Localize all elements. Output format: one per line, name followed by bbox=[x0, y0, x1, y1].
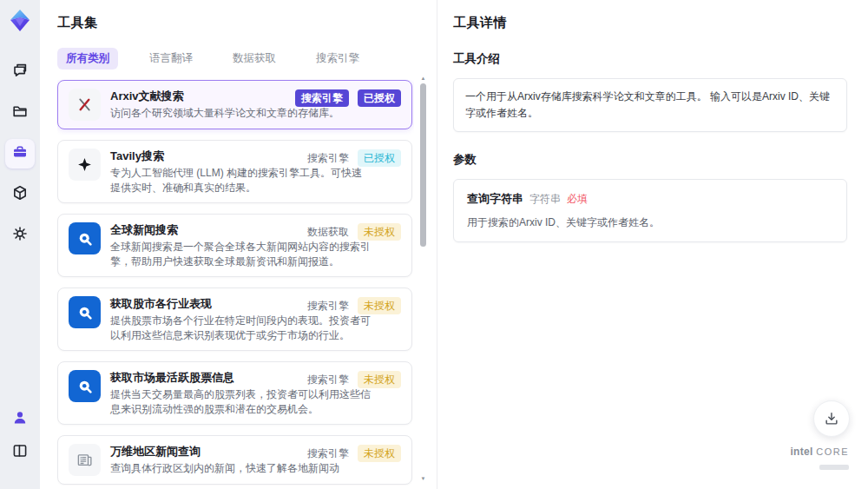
arxiv-icon bbox=[69, 89, 101, 121]
rail-bottom bbox=[5, 405, 35, 479]
category-tabs: 所有类别语言翻译数据获取搜索引擎 bbox=[57, 48, 414, 69]
download-button[interactable] bbox=[813, 400, 850, 437]
newspaper-icon bbox=[69, 444, 101, 476]
cube-icon bbox=[11, 184, 29, 205]
tool-card[interactable]: 万维地区新闻查询查询具体行政区划内的新闻，快速了解各地新闻动搜索引擎未授权 bbox=[57, 435, 412, 485]
intel-core-logo: intel core bbox=[790, 446, 849, 473]
brand-core: core bbox=[816, 446, 849, 457]
param-type: 字符串 bbox=[529, 192, 561, 207]
tool-description: 提供股票市场各个行业在特定时间段内的表现。投资者可以利用这些信息来识别表现优于或… bbox=[110, 314, 371, 342]
scrollbar[interactable]: ▲ ▼ bbox=[419, 75, 427, 482]
param-item: 查询字符串字符串必填用于搜索的Arxiv ID、关键字或作者姓名。 bbox=[453, 179, 847, 242]
rail-item-user[interactable] bbox=[5, 405, 35, 434]
rail-nav bbox=[5, 57, 35, 261]
category-badge: 搜索引擎 bbox=[307, 371, 349, 388]
param-list: 查询字符串字符串必填用于搜索的Arxiv ID、关键字或作者姓名。 bbox=[453, 179, 847, 242]
tool-card[interactable]: 获取市场最活跃股票信息提供当天交易量最高的股票列表，投资者可以利用这些信息来识别… bbox=[57, 361, 412, 425]
details-title: 工具详情 bbox=[453, 15, 847, 31]
tavily-icon bbox=[69, 149, 101, 181]
intro-heading: 工具介绍 bbox=[453, 51, 847, 67]
scroll-down-icon[interactable]: ▼ bbox=[419, 475, 427, 482]
params-heading: 参数 bbox=[453, 152, 847, 168]
auth-badge: 未授权 bbox=[358, 445, 401, 462]
category-badge: 搜索引擎 bbox=[295, 89, 349, 107]
rail-item-folder[interactable] bbox=[5, 98, 35, 128]
tool-card[interactable]: Arxiv文献搜索访问各个研究领域大量科学论文和文章的存储库。搜索引擎已授权 bbox=[57, 80, 412, 129]
auth-badge: 未授权 bbox=[358, 223, 401, 241]
download-icon bbox=[824, 411, 839, 426]
rail-item-chat[interactable] bbox=[5, 57, 35, 87]
rail-item-settings[interactable] bbox=[5, 221, 35, 250]
tab-2[interactable]: 数据获取 bbox=[224, 48, 285, 69]
chat-icon bbox=[11, 62, 29, 83]
tool-list: Arxiv文献搜索访问各个研究领域大量科学论文和文章的存储库。搜索引擎已授权Ta… bbox=[57, 80, 414, 486]
auth-badge: 未授权 bbox=[358, 297, 401, 314]
auth-badge: 已授权 bbox=[358, 89, 401, 107]
panel-toggle-icon bbox=[11, 442, 29, 463]
tool-description: 访问各个研究领域大量科学论文和文章的存储库。 bbox=[110, 106, 371, 121]
brand-intel: intel bbox=[790, 446, 812, 458]
tools-panel-title: 工具集 bbox=[57, 15, 414, 31]
q-search-icon bbox=[69, 222, 101, 254]
app-logo-icon bbox=[6, 7, 34, 35]
app-window: 工具集 所有类别语言翻译数据获取搜索引擎 Arxiv文献搜索访问各个研究领域大量… bbox=[0, 0, 868, 489]
tools-panel: 工具集 所有类别语言翻译数据获取搜索引擎 Arxiv文献搜索访问各个研究领域大量… bbox=[40, 0, 437, 489]
briefcase-icon bbox=[11, 143, 29, 164]
tab-3[interactable]: 搜索引擎 bbox=[307, 48, 368, 69]
category-badge: 搜索引擎 bbox=[307, 149, 349, 167]
tool-card[interactable]: 全球新闻搜索全球新闻搜索是一个聚合全球各大新闻网站内容的搜索引擎，帮助用户快速获… bbox=[57, 214, 412, 277]
folder-icon bbox=[11, 102, 29, 123]
q-search-icon bbox=[69, 296, 101, 328]
category-badge: 数据获取 bbox=[307, 223, 349, 241]
intro-text-box: 一个用于从Arxiv存储库搜索科学论文和文章的工具。 输入可以是Arxiv ID… bbox=[453, 78, 847, 132]
auth-badge: 未授权 bbox=[358, 371, 401, 388]
rail-item-panel-toggle[interactable] bbox=[5, 438, 35, 467]
tool-description: 查询具体行政区划内的新闻，快速了解各地新闻动 bbox=[110, 461, 371, 476]
tool-card[interactable]: Tavily搜索专为人工智能代理 (LLM) 构建的搜索引擎工具。可快速提供实时… bbox=[57, 140, 412, 203]
tool-description: 全球新闻搜索是一个聚合全球各大新闻网站内容的搜索引擎，帮助用户快速获取全球最新资… bbox=[110, 240, 371, 268]
brand-ultra-bar bbox=[819, 465, 849, 470]
param-required-flag: 必填 bbox=[567, 192, 588, 207]
rail-item-tools[interactable] bbox=[5, 139, 35, 169]
scroll-up-icon[interactable]: ▲ bbox=[419, 75, 427, 82]
category-badge: 搜索引擎 bbox=[307, 445, 349, 462]
gear-icon bbox=[11, 225, 29, 246]
param-name: 查询字符串 bbox=[467, 191, 523, 207]
left-rail bbox=[0, 0, 40, 489]
details-panel: 工具详情 工具介绍 一个用于从Arxiv存储库搜索科学论文和文章的工具。 输入可… bbox=[437, 0, 868, 489]
tool-description: 专为人工智能代理 (LLM) 构建的搜索引擎工具。可快速提供实时、准确和真实的结… bbox=[110, 166, 371, 195]
tab-1[interactable]: 语言翻译 bbox=[141, 48, 201, 69]
rail-item-plugins[interactable] bbox=[5, 180, 35, 209]
scrollbar-thumb[interactable] bbox=[420, 83, 426, 247]
tab-0[interactable]: 所有类别 bbox=[57, 48, 118, 69]
param-description: 用于搜索的Arxiv ID、关键字或作者姓名。 bbox=[467, 215, 833, 230]
q-search-icon bbox=[69, 370, 101, 402]
tool-card[interactable]: 获取股市各行业表现提供股票市场各个行业在特定时间段内的表现。投资者可以利用这些信… bbox=[57, 287, 412, 351]
user-icon bbox=[11, 409, 29, 430]
auth-badge: 已授权 bbox=[358, 149, 401, 167]
tool-description: 提供当天交易量最高的股票列表，投资者可以利用这些信息来识别流动性强的股票和潜在的… bbox=[110, 387, 371, 416]
category-badge: 搜索引擎 bbox=[307, 297, 349, 314]
